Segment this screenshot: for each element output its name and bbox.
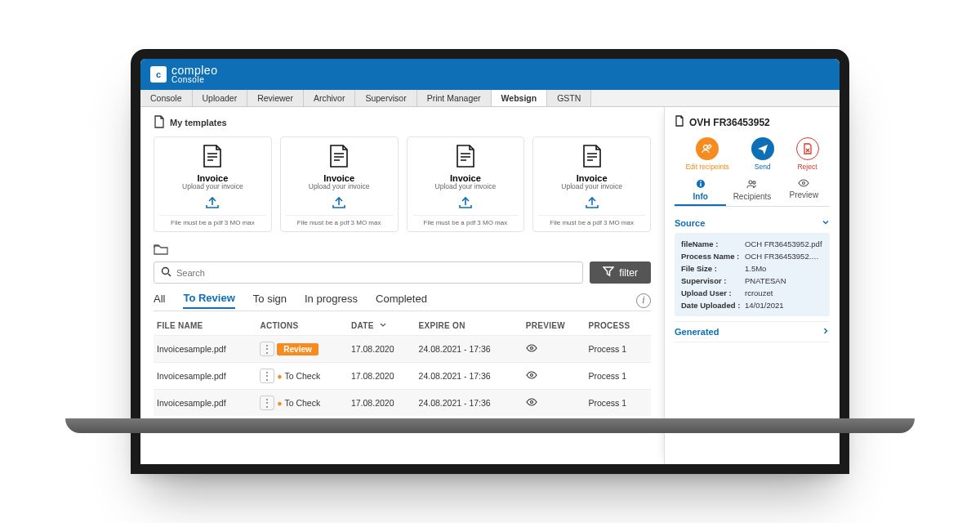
detail-tab-info[interactable]: Info <box>675 179 726 206</box>
cell-actions: ⋮ Review <box>256 336 348 363</box>
templates-heading: My templates <box>170 118 227 127</box>
th-actions: ACTIONS <box>256 316 348 336</box>
cell-preview[interactable] <box>523 363 586 390</box>
nav-tabs: Console Uploader Reviewer Archivor Super… <box>140 90 840 107</box>
search-icon <box>161 266 176 279</box>
documents-table: FILE NAME ACTIONS DATE EXPIRE ON PREVIEW… <box>154 316 651 416</box>
th-process: PROCESS <box>585 316 651 336</box>
detail-actions: Edit recipeints Send Reject <box>675 137 830 171</box>
source-body: fileName :OCH FR36453952.pdf Process Nam… <box>675 233 830 316</box>
tab-archivor[interactable]: Archivor <box>304 90 356 106</box>
eye-icon <box>526 371 537 381</box>
eye-icon <box>798 179 809 189</box>
tab-uploader[interactable]: Uploader <box>193 90 248 106</box>
status-tab-to-review[interactable]: To Review <box>183 292 234 309</box>
invoice-file-icon <box>328 144 350 170</box>
source-accordion: Source fileName :OCH FR36453952.pdf Proc… <box>675 213 830 322</box>
detail-tab-recipients[interactable]: Recipients <box>726 179 777 206</box>
document-icon <box>675 115 684 129</box>
template-subtitle: Upload your invoice <box>561 183 622 190</box>
th-date[interactable]: DATE <box>348 316 416 336</box>
detail-panel: OVH FR36453952 Edit recipeints Send <box>664 107 840 464</box>
edit-recipients-icon <box>696 137 719 160</box>
status-tab-completed[interactable]: Completed <box>376 293 427 308</box>
logo-text: compleo Console <box>172 65 217 84</box>
info-icon[interactable]: i <box>636 293 651 308</box>
tab-console[interactable]: Console <box>140 90 193 106</box>
upload-icon[interactable] <box>584 195 600 212</box>
template-card[interactable]: Invoice Upload your invoice File must be… <box>532 136 651 232</box>
upload-icon[interactable] <box>204 195 220 212</box>
source-accordion-header[interactable]: Source <box>675 213 830 233</box>
cell-actions: ⋮ To Check <box>256 363 348 390</box>
cell-date: 17.08.2020 <box>348 390 416 417</box>
detail-title: OVH FR36453952 <box>689 117 770 128</box>
svg-point-8 <box>749 181 752 184</box>
template-card[interactable]: Invoice Upload your invoice File must be… <box>154 136 272 232</box>
to-check-chip: To Check <box>277 371 320 381</box>
template-card[interactable]: Invoice Upload your invoice File must be… <box>407 136 525 232</box>
invoice-file-icon <box>581 144 603 170</box>
template-card[interactable]: Invoice Upload your invoice File must be… <box>280 136 399 232</box>
invoice-file-icon <box>455 144 476 170</box>
logo-icon: c <box>150 66 167 83</box>
laptop-frame: c compleo Console Console Uploader Revie… <box>131 49 849 474</box>
cell-preview[interactable] <box>523 336 586 363</box>
status-tab-to-sign[interactable]: To sign <box>253 293 287 308</box>
detail-tabs: Info Recipients Preview <box>675 179 830 207</box>
search-input[interactable] <box>176 268 576 278</box>
row-menu-button[interactable]: ⋮ <box>260 342 274 356</box>
filter-button[interactable]: filter <box>590 262 651 284</box>
folder-icon <box>154 244 651 257</box>
chevron-down-icon <box>380 321 386 330</box>
brand-name: compleo <box>172 65 217 76</box>
cell-file: Invoicesample.pdf <box>154 363 256 390</box>
table-row[interactable]: Invoicesample.pdf ⋮ To Check 17.08.2020 … <box>154 390 651 417</box>
send-button[interactable]: Send <box>751 137 774 171</box>
tab-websign[interactable]: Websign <box>492 90 548 106</box>
template-note: File must be a pdf 3 MO max <box>159 215 266 226</box>
tab-supervisor[interactable]: Supervisor <box>355 90 416 106</box>
cell-preview[interactable] <box>523 390 586 417</box>
review-chip[interactable]: Review <box>277 343 318 355</box>
row-menu-button[interactable]: ⋮ <box>260 369 274 383</box>
row-menu-button[interactable]: ⋮ <box>260 396 274 410</box>
brand-sub: Console <box>172 76 217 84</box>
detail-tab-preview[interactable]: Preview <box>778 179 830 206</box>
invoice-file-icon <box>202 144 223 170</box>
cell-process: Process 1 <box>585 336 651 363</box>
svg-rect-6 <box>700 183 701 186</box>
edit-recipients-button[interactable]: Edit recipeints <box>685 137 728 171</box>
th-preview: PREVIEW <box>523 316 586 336</box>
eye-icon <box>526 344 537 354</box>
generated-accordion-header[interactable]: Generated <box>675 322 830 342</box>
tab-gstn[interactable]: GSTN <box>547 90 591 106</box>
svg-point-0 <box>163 268 169 275</box>
status-tab-all[interactable]: All <box>154 293 165 308</box>
svg-point-7 <box>700 181 702 182</box>
template-note: File must be a pdf 3 MO max <box>286 215 393 226</box>
upload-icon[interactable] <box>457 195 474 212</box>
cell-expire: 24.08.2021 - 17:36 <box>416 363 523 390</box>
table-row[interactable]: Invoicesample.pdf ⋮ To Check 17.08.2020 … <box>154 363 651 390</box>
tab-reviewer[interactable]: Reviewer <box>247 90 304 106</box>
status-tabs: All To Review To sign In progress Comple… <box>154 292 651 311</box>
document-icon <box>154 115 165 130</box>
th-file: FILE NAME <box>154 316 256 336</box>
reject-button[interactable]: Reject <box>796 137 819 171</box>
filter-label: filter <box>619 267 638 279</box>
status-tab-in-progress[interactable]: In progress <box>305 293 358 308</box>
svg-point-1 <box>530 347 532 350</box>
template-note: File must be a pdf 3 MO max <box>538 215 645 226</box>
detail-title-row: OVH FR36453952 <box>675 115 830 129</box>
table-row[interactable]: Invoicesample.pdf ⋮ Review 17.08.2020 24… <box>154 336 651 363</box>
send-icon <box>751 137 774 160</box>
tab-print-manager[interactable]: Print Manager <box>417 90 492 106</box>
upload-icon[interactable] <box>331 195 347 212</box>
svg-point-9 <box>753 181 755 184</box>
cell-expire: 24.08.2021 - 17:36 <box>416 390 523 417</box>
cell-process: Process 1 <box>585 390 651 417</box>
th-expire: EXPIRE ON <box>416 316 523 336</box>
cell-actions: ⋮ To Check <box>256 390 348 417</box>
search-input-wrap[interactable] <box>154 262 583 284</box>
